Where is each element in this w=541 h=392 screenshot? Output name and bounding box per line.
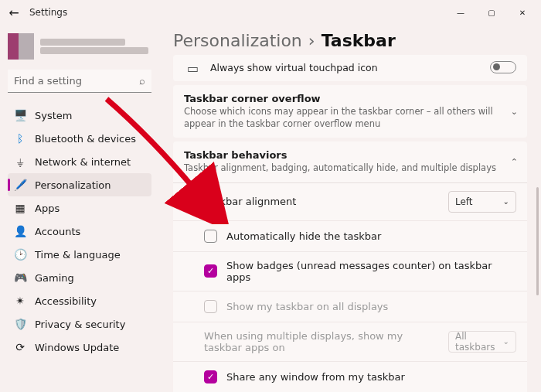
checkbox-auto-hide[interactable] — [204, 230, 217, 243]
wifi-icon: ⏚ — [14, 155, 26, 168]
sidebar-item-accounts[interactable]: 👤Accounts — [8, 220, 151, 243]
close-button[interactable]: ✕ — [507, 2, 538, 23]
user-email-redacted — [40, 47, 148, 54]
minimize-button[interactable]: — — [445, 2, 476, 23]
window-title: Settings — [29, 7, 67, 18]
chevron-down-icon: ⌄ — [503, 197, 509, 206]
search-icon: ⌕ — [139, 75, 145, 87]
row-all-displays: Show my taskbar on all displays — [173, 291, 527, 322]
row-badges[interactable]: ✓ Show badges (unread messages counter) … — [173, 251, 527, 291]
user-card[interactable] — [8, 31, 151, 62]
page-title: Taskbar — [322, 31, 396, 50]
chevron-down-icon: ⌄ — [503, 337, 509, 346]
bluetooth-icon: ᛒ — [14, 132, 26, 145]
behaviors-card: Taskbar behaviors Taskbar alignment, bad… — [173, 141, 527, 392]
apps-icon: ▦ — [14, 202, 26, 214]
touchpad-icon: ▭ — [187, 61, 199, 76]
brush-icon: 🖊️ — [14, 179, 26, 191]
accessibility-icon: ✴ — [14, 295, 26, 307]
maximize-button[interactable]: ▢ — [476, 2, 507, 23]
display-icon: 🖥️ — [14, 109, 26, 121]
chevron-down-icon: ⌄ — [511, 107, 518, 117]
sidebar-item-personalization[interactable]: 🖊️Personalization — [8, 173, 151, 196]
title-bar: ← Settings — ▢ ✕ — [0, 0, 541, 25]
alignment-dropdown[interactable]: Left⌄ — [448, 191, 516, 213]
user-name-redacted — [40, 39, 125, 46]
virtual-touchpad-row[interactable]: ▭ Always show virtual touchpad icon — [173, 55, 527, 81]
sidebar-item-apps[interactable]: ▦Apps — [8, 196, 151, 220]
behaviors-header[interactable]: Taskbar behaviors Taskbar alignment, bad… — [173, 141, 527, 182]
sidebar-item-bluetooth[interactable]: ᛒBluetooth & devices — [8, 127, 151, 150]
window-controls: — ▢ ✕ — [445, 2, 538, 23]
sidebar-item-privacy[interactable]: 🛡️Privacy & security — [8, 312, 151, 336]
row-auto-hide[interactable]: Automatically hide the taskbar — [173, 220, 527, 251]
chevron-up-icon: ⌃ — [511, 157, 518, 167]
sidebar-item-update[interactable]: ⟳Windows Update — [8, 336, 151, 359]
sidebar-item-accessibility[interactable]: ✴Accessibility — [8, 289, 151, 312]
breadcrumb: Personalization › Taskbar — [173, 31, 527, 50]
main-panel: Personalization › Taskbar ▭ Always show … — [159, 25, 541, 392]
sidebar-item-system[interactable]: 🖥️System — [8, 104, 151, 127]
update-icon: ⟳ — [14, 341, 26, 353]
nav-list: 🖥️System ᛒBluetooth & devices ⏚Network &… — [8, 104, 151, 359]
clock-icon: 🕑 — [14, 248, 26, 261]
shield-icon: 🛡️ — [14, 318, 26, 330]
sidebar-item-time[interactable]: 🕑Time & language — [8, 243, 151, 266]
row-share-window[interactable]: ✓ Share any window from my taskbar — [173, 361, 527, 392]
search-input[interactable] — [8, 70, 151, 93]
scrollbar[interactable] — [536, 187, 539, 295]
sidebar: ⌕ 🖥️System ᛒBluetooth & devices ⏚Network… — [0, 25, 159, 392]
row-multi-displays: When using multiple displays, show my ta… — [173, 322, 527, 361]
back-button[interactable]: ← — [3, 2, 25, 23]
breadcrumb-parent[interactable]: Personalization — [173, 31, 302, 50]
checkbox-share[interactable]: ✓ — [204, 370, 217, 383]
chevron-right-icon: › — [308, 31, 315, 50]
row-alignment: Taskbar alignment Left⌄ — [173, 183, 527, 220]
gamepad-icon: 🎮 — [14, 271, 26, 284]
person-icon: 👤 — [14, 225, 26, 237]
overflow-card[interactable]: Taskbar corner overflow Choose which ico… — [173, 85, 527, 138]
back-arrow-icon: ← — [9, 5, 19, 20]
touchpad-toggle[interactable] — [490, 61, 516, 73]
multi-displays-dropdown: All taskbars⌄ — [448, 331, 516, 353]
sidebar-item-network[interactable]: ⏚Network & internet — [8, 150, 151, 173]
checkbox-badges[interactable]: ✓ — [204, 264, 217, 278]
checkbox-all-displays — [204, 300, 217, 313]
avatar — [8, 33, 34, 60]
sidebar-item-gaming[interactable]: 🎮Gaming — [8, 266, 151, 289]
